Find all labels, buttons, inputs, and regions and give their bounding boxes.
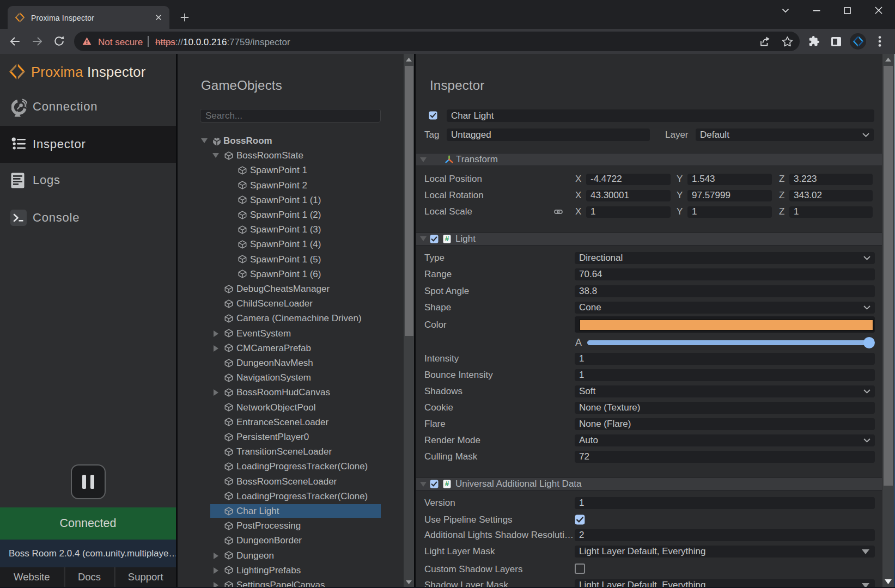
svg-text:#: # <box>445 480 449 488</box>
svg-text:#: # <box>445 235 449 243</box>
